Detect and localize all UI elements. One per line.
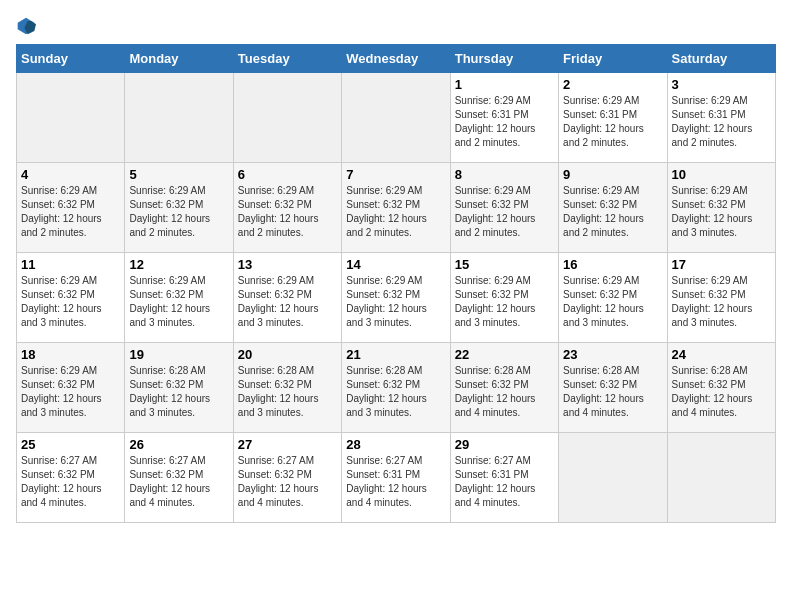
day-info: Sunrise: 6:27 AMSunset: 6:31 PMDaylight:… <box>346 454 445 510</box>
calendar-cell: 23Sunrise: 6:28 AMSunset: 6:32 PMDayligh… <box>559 343 667 433</box>
calendar-cell: 16Sunrise: 6:29 AMSunset: 6:32 PMDayligh… <box>559 253 667 343</box>
calendar-body: 1Sunrise: 6:29 AMSunset: 6:31 PMDaylight… <box>17 73 776 523</box>
day-info: Sunrise: 6:28 AMSunset: 6:32 PMDaylight:… <box>129 364 228 420</box>
day-number: 8 <box>455 167 554 182</box>
day-info: Sunrise: 6:29 AMSunset: 6:32 PMDaylight:… <box>346 274 445 330</box>
calendar-cell: 20Sunrise: 6:28 AMSunset: 6:32 PMDayligh… <box>233 343 341 433</box>
calendar-cell: 9Sunrise: 6:29 AMSunset: 6:32 PMDaylight… <box>559 163 667 253</box>
day-number: 25 <box>21 437 120 452</box>
day-number: 20 <box>238 347 337 362</box>
day-number: 12 <box>129 257 228 272</box>
day-number: 9 <box>563 167 662 182</box>
day-info: Sunrise: 6:29 AMSunset: 6:32 PMDaylight:… <box>21 364 120 420</box>
calendar-cell: 3Sunrise: 6:29 AMSunset: 6:31 PMDaylight… <box>667 73 775 163</box>
calendar-cell: 18Sunrise: 6:29 AMSunset: 6:32 PMDayligh… <box>17 343 125 433</box>
day-info: Sunrise: 6:27 AMSunset: 6:32 PMDaylight:… <box>238 454 337 510</box>
day-info: Sunrise: 6:29 AMSunset: 6:31 PMDaylight:… <box>563 94 662 150</box>
calendar-header-row: SundayMondayTuesdayWednesdayThursdayFrid… <box>17 45 776 73</box>
day-info: Sunrise: 6:29 AMSunset: 6:32 PMDaylight:… <box>455 274 554 330</box>
day-number: 18 <box>21 347 120 362</box>
day-info: Sunrise: 6:29 AMSunset: 6:32 PMDaylight:… <box>346 184 445 240</box>
column-header-tuesday: Tuesday <box>233 45 341 73</box>
day-number: 15 <box>455 257 554 272</box>
column-header-thursday: Thursday <box>450 45 558 73</box>
calendar-cell: 5Sunrise: 6:29 AMSunset: 6:32 PMDaylight… <box>125 163 233 253</box>
day-number: 16 <box>563 257 662 272</box>
calendar-cell: 28Sunrise: 6:27 AMSunset: 6:31 PMDayligh… <box>342 433 450 523</box>
logo-icon <box>16 16 36 36</box>
day-number: 7 <box>346 167 445 182</box>
day-number: 28 <box>346 437 445 452</box>
calendar-cell: 4Sunrise: 6:29 AMSunset: 6:32 PMDaylight… <box>17 163 125 253</box>
day-info: Sunrise: 6:29 AMSunset: 6:32 PMDaylight:… <box>672 184 771 240</box>
day-info: Sunrise: 6:29 AMSunset: 6:32 PMDaylight:… <box>238 184 337 240</box>
calendar-cell: 15Sunrise: 6:29 AMSunset: 6:32 PMDayligh… <box>450 253 558 343</box>
day-info: Sunrise: 6:29 AMSunset: 6:32 PMDaylight:… <box>455 184 554 240</box>
day-number: 10 <box>672 167 771 182</box>
logo <box>16 16 40 36</box>
day-number: 4 <box>21 167 120 182</box>
calendar-cell <box>17 73 125 163</box>
day-info: Sunrise: 6:27 AMSunset: 6:32 PMDaylight:… <box>129 454 228 510</box>
day-number: 21 <box>346 347 445 362</box>
day-number: 14 <box>346 257 445 272</box>
week-row-4: 18Sunrise: 6:29 AMSunset: 6:32 PMDayligh… <box>17 343 776 433</box>
day-number: 19 <box>129 347 228 362</box>
calendar-cell: 29Sunrise: 6:27 AMSunset: 6:31 PMDayligh… <box>450 433 558 523</box>
column-header-friday: Friday <box>559 45 667 73</box>
day-number: 17 <box>672 257 771 272</box>
calendar-cell: 11Sunrise: 6:29 AMSunset: 6:32 PMDayligh… <box>17 253 125 343</box>
day-number: 26 <box>129 437 228 452</box>
day-number: 6 <box>238 167 337 182</box>
calendar-cell <box>667 433 775 523</box>
calendar-cell: 12Sunrise: 6:29 AMSunset: 6:32 PMDayligh… <box>125 253 233 343</box>
day-number: 29 <box>455 437 554 452</box>
day-info: Sunrise: 6:29 AMSunset: 6:32 PMDaylight:… <box>21 274 120 330</box>
day-info: Sunrise: 6:28 AMSunset: 6:32 PMDaylight:… <box>672 364 771 420</box>
week-row-1: 1Sunrise: 6:29 AMSunset: 6:31 PMDaylight… <box>17 73 776 163</box>
week-row-2: 4Sunrise: 6:29 AMSunset: 6:32 PMDaylight… <box>17 163 776 253</box>
calendar-cell: 21Sunrise: 6:28 AMSunset: 6:32 PMDayligh… <box>342 343 450 433</box>
day-info: Sunrise: 6:29 AMSunset: 6:32 PMDaylight:… <box>563 184 662 240</box>
day-info: Sunrise: 6:29 AMSunset: 6:32 PMDaylight:… <box>129 274 228 330</box>
day-number: 2 <box>563 77 662 92</box>
calendar-table: SundayMondayTuesdayWednesdayThursdayFrid… <box>16 44 776 523</box>
day-number: 1 <box>455 77 554 92</box>
week-row-3: 11Sunrise: 6:29 AMSunset: 6:32 PMDayligh… <box>17 253 776 343</box>
calendar-cell: 7Sunrise: 6:29 AMSunset: 6:32 PMDaylight… <box>342 163 450 253</box>
day-number: 22 <box>455 347 554 362</box>
column-header-monday: Monday <box>125 45 233 73</box>
calendar-cell <box>233 73 341 163</box>
day-number: 3 <box>672 77 771 92</box>
calendar-cell: 6Sunrise: 6:29 AMSunset: 6:32 PMDaylight… <box>233 163 341 253</box>
column-header-wednesday: Wednesday <box>342 45 450 73</box>
day-number: 13 <box>238 257 337 272</box>
day-info: Sunrise: 6:29 AMSunset: 6:31 PMDaylight:… <box>455 94 554 150</box>
day-info: Sunrise: 6:28 AMSunset: 6:32 PMDaylight:… <box>455 364 554 420</box>
day-info: Sunrise: 6:27 AMSunset: 6:31 PMDaylight:… <box>455 454 554 510</box>
column-header-saturday: Saturday <box>667 45 775 73</box>
calendar-cell: 13Sunrise: 6:29 AMSunset: 6:32 PMDayligh… <box>233 253 341 343</box>
day-number: 23 <box>563 347 662 362</box>
day-info: Sunrise: 6:29 AMSunset: 6:32 PMDaylight:… <box>563 274 662 330</box>
calendar-cell: 17Sunrise: 6:29 AMSunset: 6:32 PMDayligh… <box>667 253 775 343</box>
calendar-cell: 10Sunrise: 6:29 AMSunset: 6:32 PMDayligh… <box>667 163 775 253</box>
calendar-cell: 22Sunrise: 6:28 AMSunset: 6:32 PMDayligh… <box>450 343 558 433</box>
day-info: Sunrise: 6:29 AMSunset: 6:32 PMDaylight:… <box>21 184 120 240</box>
day-info: Sunrise: 6:28 AMSunset: 6:32 PMDaylight:… <box>346 364 445 420</box>
calendar-cell: 24Sunrise: 6:28 AMSunset: 6:32 PMDayligh… <box>667 343 775 433</box>
calendar-cell: 1Sunrise: 6:29 AMSunset: 6:31 PMDaylight… <box>450 73 558 163</box>
week-row-5: 25Sunrise: 6:27 AMSunset: 6:32 PMDayligh… <box>17 433 776 523</box>
day-number: 5 <box>129 167 228 182</box>
day-info: Sunrise: 6:28 AMSunset: 6:32 PMDaylight:… <box>563 364 662 420</box>
calendar-cell <box>559 433 667 523</box>
calendar-cell <box>342 73 450 163</box>
column-header-sunday: Sunday <box>17 45 125 73</box>
calendar-cell <box>125 73 233 163</box>
calendar-cell: 8Sunrise: 6:29 AMSunset: 6:32 PMDaylight… <box>450 163 558 253</box>
day-info: Sunrise: 6:29 AMSunset: 6:32 PMDaylight:… <box>238 274 337 330</box>
calendar-cell: 14Sunrise: 6:29 AMSunset: 6:32 PMDayligh… <box>342 253 450 343</box>
calendar-cell: 19Sunrise: 6:28 AMSunset: 6:32 PMDayligh… <box>125 343 233 433</box>
calendar-cell: 25Sunrise: 6:27 AMSunset: 6:32 PMDayligh… <box>17 433 125 523</box>
day-info: Sunrise: 6:29 AMSunset: 6:31 PMDaylight:… <box>672 94 771 150</box>
